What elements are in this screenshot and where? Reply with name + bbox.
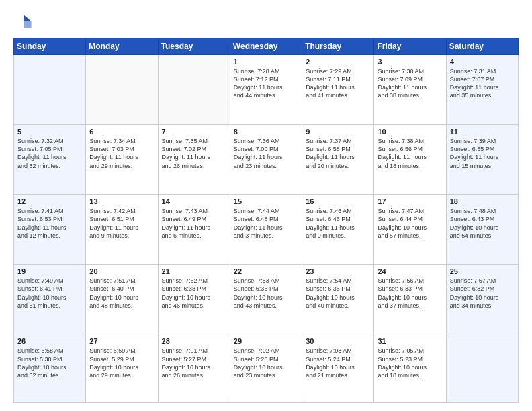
calendar-cell: 20Sunrise: 7:51 AM Sunset: 6:40 PM Dayli… [86, 265, 158, 334]
calendar-cell: 4Sunrise: 7:31 AM Sunset: 7:07 PM Daylig… [446, 55, 518, 125]
calendar-cell: 11Sunrise: 7:39 AM Sunset: 6:55 PM Dayli… [446, 125, 518, 195]
cell-text: Sunrise: 7:43 AM Sunset: 6:49 PM Dayligh… [162, 207, 226, 240]
cell-text: Sunrise: 7:29 AM Sunset: 7:11 PM Dayligh… [306, 67, 370, 100]
cell-text: Sunrise: 6:59 AM Sunset: 5:29 PM Dayligh… [89, 347, 154, 379]
day-number: 24 [378, 267, 442, 275]
calendar-cell [14, 55, 86, 125]
day-number: 1 [234, 58, 298, 66]
page: SundayMondayTuesdayWednesdayThursdayFrid… [0, 0, 532, 411]
cell-text: Sunrise: 7:32 AM Sunset: 7:05 PM Dayligh… [17, 137, 82, 170]
calendar-cell: 6Sunrise: 7:34 AM Sunset: 7:03 PM Daylig… [86, 125, 158, 195]
cell-text: Sunrise: 7:02 AM Sunset: 5:26 PM Dayligh… [234, 347, 298, 379]
day-number: 30 [306, 337, 370, 345]
cell-text: Sunrise: 7:37 AM Sunset: 6:58 PM Dayligh… [306, 137, 370, 170]
calendar-cell [446, 334, 518, 403]
day-number: 17 [378, 197, 442, 205]
day-number: 13 [89, 197, 154, 205]
day-number: 16 [306, 197, 370, 205]
weekday-header: Saturday [446, 38, 518, 55]
calendar-cell: 12Sunrise: 7:41 AM Sunset: 6:53 PM Dayli… [14, 195, 86, 265]
calendar-cell [158, 55, 230, 125]
weekday-header: Sunday [14, 38, 86, 55]
cell-text: Sunrise: 7:53 AM Sunset: 6:36 PM Dayligh… [234, 277, 298, 310]
calendar-cell: 19Sunrise: 7:49 AM Sunset: 6:41 PM Dayli… [14, 265, 86, 334]
calendar-cell: 29Sunrise: 7:02 AM Sunset: 5:26 PM Dayli… [230, 334, 302, 403]
calendar-week-row: 1Sunrise: 7:28 AM Sunset: 7:12 PM Daylig… [14, 55, 519, 125]
calendar-cell: 15Sunrise: 7:44 AM Sunset: 6:48 PM Dayli… [230, 195, 302, 265]
day-number: 22 [234, 267, 298, 275]
calendar-cell: 24Sunrise: 7:56 AM Sunset: 6:33 PM Dayli… [374, 265, 446, 334]
day-number: 3 [378, 58, 442, 66]
calendar-cell: 7Sunrise: 7:35 AM Sunset: 7:02 PM Daylig… [158, 125, 230, 195]
calendar-week-row: 5Sunrise: 7:32 AM Sunset: 7:05 PM Daylig… [14, 125, 519, 195]
calendar-cell: 9Sunrise: 7:37 AM Sunset: 6:58 PM Daylig… [302, 125, 374, 195]
calendar-cell: 3Sunrise: 7:30 AM Sunset: 7:09 PM Daylig… [374, 55, 446, 125]
cell-text: Sunrise: 7:34 AM Sunset: 7:03 PM Dayligh… [89, 137, 154, 170]
calendar-cell [86, 55, 158, 125]
logo [13, 12, 35, 31]
day-number: 8 [234, 128, 298, 136]
day-number: 26 [17, 337, 82, 345]
calendar-cell: 31Sunrise: 7:05 AM Sunset: 5:23 PM Dayli… [374, 334, 446, 403]
calendar-cell: 28Sunrise: 7:01 AM Sunset: 5:27 PM Dayli… [158, 334, 230, 403]
calendar-cell: 22Sunrise: 7:53 AM Sunset: 6:36 PM Dayli… [230, 265, 302, 334]
calendar-cell: 8Sunrise: 7:36 AM Sunset: 7:00 PM Daylig… [230, 125, 302, 195]
day-number: 4 [450, 58, 515, 66]
calendar-cell: 25Sunrise: 7:57 AM Sunset: 6:32 PM Dayli… [446, 265, 518, 334]
calendar-cell: 18Sunrise: 7:48 AM Sunset: 6:43 PM Dayli… [446, 195, 518, 265]
day-number: 27 [89, 337, 154, 345]
header [13, 12, 519, 31]
svg-marker-2 [24, 21, 31, 28]
day-number: 29 [234, 337, 298, 345]
day-number: 25 [450, 267, 515, 275]
calendar-cell: 30Sunrise: 7:03 AM Sunset: 5:24 PM Dayli… [302, 334, 374, 403]
calendar-cell: 26Sunrise: 6:58 AM Sunset: 5:30 PM Dayli… [14, 334, 86, 403]
weekday-header: Monday [86, 38, 158, 55]
calendar-cell: 23Sunrise: 7:54 AM Sunset: 6:35 PM Dayli… [302, 265, 374, 334]
day-number: 20 [89, 267, 154, 275]
calendar-cell: 2Sunrise: 7:29 AM Sunset: 7:11 PM Daylig… [302, 55, 374, 125]
cell-text: Sunrise: 7:49 AM Sunset: 6:41 PM Dayligh… [17, 277, 82, 310]
day-number: 19 [17, 267, 82, 275]
cell-text: Sunrise: 7:35 AM Sunset: 7:02 PM Dayligh… [162, 137, 226, 170]
calendar-header-row: SundayMondayTuesdayWednesdayThursdayFrid… [14, 38, 519, 55]
cell-text: Sunrise: 7:48 AM Sunset: 6:43 PM Dayligh… [450, 207, 515, 240]
day-number: 7 [162, 128, 226, 136]
day-number: 18 [450, 197, 515, 205]
day-number: 28 [162, 337, 226, 345]
calendar-cell: 17Sunrise: 7:47 AM Sunset: 6:44 PM Dayli… [374, 195, 446, 265]
calendar-cell: 5Sunrise: 7:32 AM Sunset: 7:05 PM Daylig… [14, 125, 86, 195]
cell-text: Sunrise: 7:56 AM Sunset: 6:33 PM Dayligh… [378, 277, 442, 310]
weekday-header: Thursday [302, 38, 374, 55]
calendar-cell: 10Sunrise: 7:38 AM Sunset: 6:56 PM Dayli… [374, 125, 446, 195]
cell-text: Sunrise: 7:03 AM Sunset: 5:24 PM Dayligh… [306, 347, 370, 379]
cell-text: Sunrise: 6:58 AM Sunset: 5:30 PM Dayligh… [17, 347, 82, 379]
day-number: 21 [162, 267, 226, 275]
cell-text: Sunrise: 7:39 AM Sunset: 6:55 PM Dayligh… [450, 137, 515, 170]
calendar: SundayMondayTuesdayWednesdayThursdayFrid… [13, 38, 519, 403]
cell-text: Sunrise: 7:46 AM Sunset: 6:46 PM Dayligh… [306, 207, 370, 240]
day-number: 9 [306, 128, 370, 136]
calendar-cell: 16Sunrise: 7:46 AM Sunset: 6:46 PM Dayli… [302, 195, 374, 265]
day-number: 5 [17, 128, 82, 136]
calendar-week-row: 26Sunrise: 6:58 AM Sunset: 5:30 PM Dayli… [14, 334, 519, 403]
calendar-cell: 14Sunrise: 7:43 AM Sunset: 6:49 PM Dayli… [158, 195, 230, 265]
cell-text: Sunrise: 7:41 AM Sunset: 6:53 PM Dayligh… [17, 207, 82, 240]
weekday-header: Tuesday [158, 38, 230, 55]
calendar-week-row: 12Sunrise: 7:41 AM Sunset: 6:53 PM Dayli… [14, 195, 519, 265]
calendar-week-row: 19Sunrise: 7:49 AM Sunset: 6:41 PM Dayli… [14, 265, 519, 334]
cell-text: Sunrise: 7:52 AM Sunset: 6:38 PM Dayligh… [162, 277, 226, 310]
logo-icon [13, 12, 32, 31]
calendar-cell: 27Sunrise: 6:59 AM Sunset: 5:29 PM Dayli… [86, 334, 158, 403]
day-number: 14 [162, 197, 226, 205]
cell-text: Sunrise: 7:01 AM Sunset: 5:27 PM Dayligh… [162, 347, 226, 379]
cell-text: Sunrise: 7:44 AM Sunset: 6:48 PM Dayligh… [234, 207, 298, 240]
day-number: 15 [234, 197, 298, 205]
day-number: 6 [89, 128, 154, 136]
cell-text: Sunrise: 7:36 AM Sunset: 7:00 PM Dayligh… [234, 137, 298, 170]
day-number: 31 [378, 337, 442, 345]
calendar-cell: 21Sunrise: 7:52 AM Sunset: 6:38 PM Dayli… [158, 265, 230, 334]
calendar-cell: 1Sunrise: 7:28 AM Sunset: 7:12 PM Daylig… [230, 55, 302, 125]
weekday-header: Wednesday [230, 38, 302, 55]
cell-text: Sunrise: 7:51 AM Sunset: 6:40 PM Dayligh… [89, 277, 154, 310]
